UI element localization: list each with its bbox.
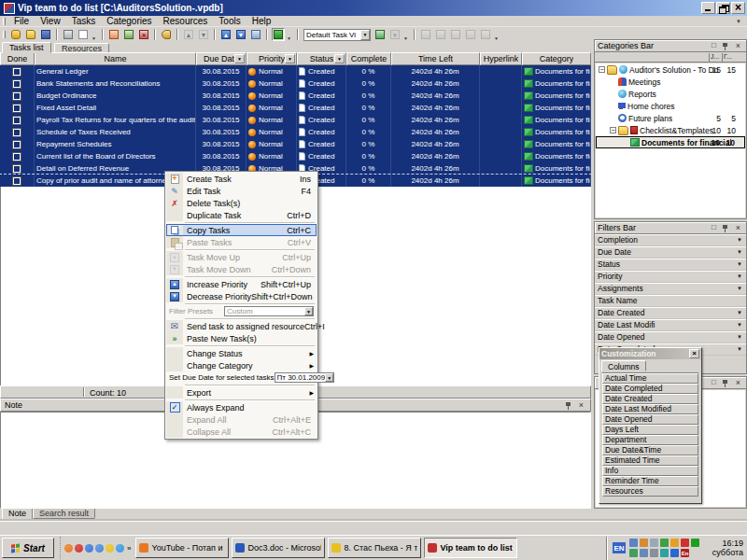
create-task-button[interactable] <box>107 28 120 41</box>
chevron-down-icon[interactable]: ▼ <box>737 249 742 255</box>
menu-item-change-status[interactable]: Change Status▶ <box>166 347 317 359</box>
complete-cell[interactable]: 0 % <box>346 175 391 187</box>
start-button[interactable]: Start <box>2 538 54 558</box>
task-row[interactable]: Payroll Tax Returns for four quarters of… <box>0 114 591 126</box>
time-left-cell[interactable]: 2402d 4h 26m <box>391 77 480 90</box>
done-cell[interactable] <box>0 175 35 187</box>
menu-file[interactable]: File <box>8 16 35 27</box>
firefox-icon[interactable] <box>64 544 73 553</box>
menu-item-export[interactable]: Export▶ <box>166 386 317 399</box>
tab-columns[interactable]: Columns <box>601 360 646 371</box>
taskbar-button-4[interactable]: Vip team to do list <box>424 538 517 558</box>
filter-dropdown-icon[interactable]: ▼ <box>285 54 295 63</box>
due-date-cell[interactable]: 30.08.2015 <box>196 138 247 150</box>
close-icon[interactable]: × <box>576 400 586 411</box>
report-button-4[interactable] <box>464 28 477 41</box>
tab-note[interactable]: Note <box>2 509 33 520</box>
done-cell[interactable] <box>0 114 35 126</box>
category-node[interactable]: Meetings <box>596 76 745 88</box>
column-header-time-left[interactable]: Time Left <box>391 52 480 65</box>
category-node[interactable]: Documents for financial1010 <box>596 136 745 148</box>
task-row[interactable]: Fixed Asset Detail30.08.2015NormalCreate… <box>0 102 591 114</box>
chevron-down-icon[interactable]: ▼ <box>737 261 742 267</box>
chevron-down-icon[interactable]: ▼ <box>737 334 742 340</box>
tray-icon-9[interactable] <box>640 549 648 557</box>
taskbar-clock[interactable]: 16:19 суббота <box>700 539 743 557</box>
done-checkbox[interactable] <box>13 68 21 76</box>
tree-collapse-icon[interactable]: − <box>599 66 605 73</box>
menu-item-edit-task[interactable]: ✎Edit TaskF4 <box>166 185 317 197</box>
task-name-cell[interactable]: Bank Statements and Reconciliations <box>35 77 196 90</box>
due-date-cell[interactable]: 30.08.2015 <box>196 90 247 102</box>
menu-item-paste-tasks[interactable]: Paste TasksCtrl+V <box>166 236 317 248</box>
task-name-cell[interactable]: Fixed Asset Detail <box>35 102 196 114</box>
manage-views-button[interactable] <box>374 28 387 41</box>
column-header-category[interactable]: Category <box>522 52 591 65</box>
customization-titlebar[interactable]: Customization × <box>599 348 701 359</box>
menu-item-delete-task-s[interactable]: ✗Delete Task(s) <box>166 197 317 209</box>
task-name-cell[interactable]: Repayment Schedules <box>35 138 196 150</box>
task-name-cell[interactable]: Budget Ordinance <box>35 90 196 102</box>
taskbar-button-2[interactable]: Doc3.doc - Microsoft Word <box>232 538 325 558</box>
winamp-icon[interactable] <box>106 544 114 553</box>
due-date-combo[interactable]: Пт 30.01.2009▼ <box>275 372 335 383</box>
customization-column-item[interactable]: Days Left <box>602 425 698 435</box>
go-button[interactable] <box>272 28 285 41</box>
open-database-button[interactable] <box>24 28 37 41</box>
internet-explorer-icon[interactable] <box>85 544 93 553</box>
time-left-cell[interactable]: 2402d 4h 26m <box>391 175 480 187</box>
toolbar-grip[interactable] <box>3 31 6 38</box>
hyperlink-button[interactable] <box>160 28 173 41</box>
decrease-priority-button[interactable]: ▼ <box>234 28 247 41</box>
menu-tools[interactable]: Tools <box>213 16 246 27</box>
hyperlink-cell[interactable] <box>480 162 522 175</box>
report-button-1[interactable] <box>419 28 432 41</box>
pin-icon[interactable] <box>564 400 574 411</box>
language-indicator[interactable]: EN <box>613 542 626 553</box>
menubar-grip[interactable] <box>3 18 6 25</box>
toolbar-overflow-icon[interactable]: ▼ <box>402 28 409 41</box>
category-node[interactable]: −Checklist&Templates1010 <box>596 124 745 136</box>
customization-column-item[interactable]: Info <box>602 466 698 476</box>
priority-cell[interactable]: Normal <box>247 150 297 162</box>
menu-item-set-due-date[interactable]: Set Due Date for selected tasksПт 30.01.… <box>166 371 317 384</box>
hyperlink-cell[interactable] <box>480 114 522 126</box>
hyperlink-cell[interactable] <box>480 126 522 138</box>
menu-view[interactable]: View <box>35 16 66 27</box>
done-checkbox[interactable] <box>13 80 21 88</box>
priority-cell[interactable]: Normal <box>247 65 297 77</box>
due-date-cell[interactable]: 30.08.2015 <box>196 126 247 138</box>
done-cell[interactable] <box>0 90 35 102</box>
delete-task-button[interactable]: × <box>137 28 150 41</box>
task-row[interactable]: Budget Ordinance30.08.2015NormalCreated0… <box>0 90 591 102</box>
priority-cell[interactable]: Normal <box>247 77 297 90</box>
customization-column-item[interactable]: Due Date&Time <box>602 445 698 455</box>
complete-cell[interactable]: 0 % <box>346 162 391 175</box>
status-cell[interactable]: Created <box>297 126 346 138</box>
done-cell[interactable] <box>0 65 35 77</box>
complete-cell[interactable]: 0 % <box>346 102 391 114</box>
status-cell[interactable]: Created <box>297 65 346 77</box>
customization-column-item[interactable]: Date Opened <box>602 414 698 425</box>
menu-item-collapse-all[interactable]: Collapse AllCtrl+Alt+C <box>166 426 317 438</box>
maximize-icon[interactable]: □ <box>709 223 719 233</box>
menu-item-decrease-priority[interactable]: ▼Decrease PriorityShift+Ctrl+Down <box>166 290 317 302</box>
print-button[interactable] <box>62 28 75 41</box>
filter-presets-combo[interactable]: Custom▼ <box>224 306 314 316</box>
done-checkbox[interactable] <box>13 117 21 124</box>
quick-launch-overflow-icon[interactable]: » <box>127 544 131 553</box>
filter-dropdown-icon[interactable]: ▼ <box>234 54 245 63</box>
status-cell[interactable]: Created <box>297 77 346 90</box>
menu-item-send-task-to-assigned-resource[interactable]: ✉Send task to assigned resourceCtrl+I <box>166 320 317 332</box>
done-checkbox[interactable] <box>13 105 21 112</box>
chevron-down-icon[interactable]: ▼ <box>737 310 742 315</box>
chevron-down-icon[interactable]: ▼ <box>325 373 333 382</box>
category-node[interactable]: Reports <box>596 88 745 100</box>
tab-tasks-list[interactable]: Tasks list <box>2 42 51 53</box>
category-cell[interactable]: Documents for financial <box>522 138 591 150</box>
filter-dropdown-icon[interactable]: ▼ <box>334 54 345 63</box>
maximize-icon[interactable]: □ <box>709 378 719 388</box>
done-checkbox[interactable] <box>13 165 21 173</box>
time-left-cell[interactable]: 2402d 4h 26m <box>391 138 480 150</box>
status-cell[interactable]: Created <box>297 138 346 150</box>
